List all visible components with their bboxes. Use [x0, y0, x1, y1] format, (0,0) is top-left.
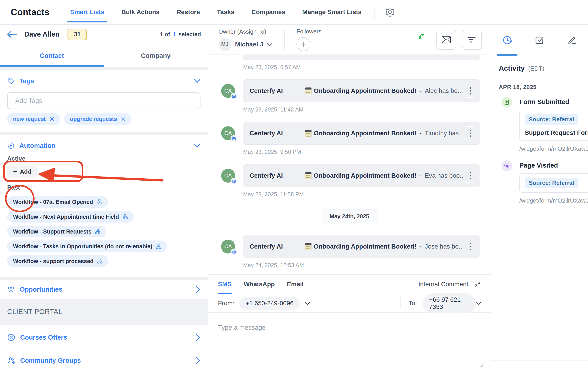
message-menu-icon[interactable] — [466, 240, 475, 253]
clock-history-icon — [502, 35, 512, 45]
settings-gear-icon[interactable] — [385, 7, 395, 17]
community-groups-row[interactable]: Community Groups — [0, 350, 208, 367]
detail-tab-bar: Contact Company — [0, 44, 208, 67]
message-card[interactable]: Centerfy AI Onboarding Appointment Booke… — [243, 235, 480, 258]
activity-title: Activity — [499, 64, 525, 73]
workflow-chip[interactable]: Workflow - Tasks in Opportunities (do no… — [7, 241, 167, 252]
from-number-select[interactable]: +1 650-249-0096 — [239, 297, 300, 309]
nav-tab-smart-lists[interactable]: Smart Lists — [70, 0, 105, 24]
message-card[interactable]: Centerfy AI Onboarding Appointment Booke… — [243, 79, 480, 102]
workflow-chip[interactable]: Workflow - 07a. Email Opened — [7, 196, 108, 208]
composer-tab-whatsapp[interactable]: WhatsApp — [244, 275, 275, 294]
active-tab-underline — [0, 65, 104, 67]
top-nav: Contacts Smart Lists Bulk Actions Restor… — [0, 0, 588, 25]
activity-tab-bar — [491, 25, 588, 56]
tab-company[interactable]: Company — [104, 44, 208, 67]
tab-activity-history[interactable] — [491, 25, 523, 56]
workflow-label: Workflow - support processed — [13, 258, 94, 265]
activity-event-form-submitted: Form Submitted Source: Referral Support … — [499, 98, 588, 152]
nav-tab-label: Companies — [251, 8, 285, 16]
chevron-down-icon[interactable] — [476, 301, 482, 305]
tag-chip[interactable]: upgrade requests — [64, 113, 131, 125]
workflow-chip[interactable]: Workflow - Next Appointment time Field — [7, 211, 134, 223]
message-sender: Centerfy AI — [250, 172, 305, 179]
chevron-down-icon[interactable] — [305, 301, 310, 305]
remove-tag-icon[interactable] — [50, 117, 54, 121]
conversation-header: Owner (Assign To) MJ Michael J Followers — [208, 25, 491, 55]
back-arrow-icon[interactable] — [7, 31, 16, 38]
workflow-icon — [97, 259, 102, 264]
composer-tab-sms[interactable]: SMS — [218, 275, 232, 294]
courses-offers-row[interactable]: Courses Offers — [0, 325, 208, 350]
activity-panel: Activity (EDT) APR 18, 2025 Form Submitt… — [491, 25, 588, 367]
call-phone-icon[interactable] — [417, 34, 427, 45]
remove-tag-icon[interactable] — [121, 117, 126, 121]
workflow-chip[interactable]: Workflow - Support Requests — [7, 226, 106, 237]
add-automation-button[interactable]: Add — [7, 166, 37, 177]
automation-icon — [7, 142, 15, 150]
email-icon[interactable] — [436, 30, 456, 50]
event-detail: Support Request Form — [525, 129, 588, 136]
message-menu-icon[interactable] — [466, 169, 475, 183]
message-timestamp: May 23, 2025, 11:42 AM — [243, 106, 491, 113]
contact-detail-panel: Dave Allen 31 1 of 1 selected Contact Co… — [0, 25, 208, 367]
opportunities-row[interactable]: Opportunities — [0, 280, 208, 299]
to-number-select[interactable]: +66 97 621 7353 — [423, 293, 476, 313]
composer-tab-label: WhatsApp — [244, 281, 275, 288]
message-main: Onboarding Appointment Booked! - Jose ha… — [305, 243, 463, 250]
workflow-chip[interactable]: Workflow - support processed — [7, 255, 108, 267]
chevron-down-icon — [267, 43, 273, 46]
tag-chip[interactable]: new request — [7, 113, 60, 125]
message-list[interactable]: May 23, 2025, 6:57 AM CA Centerfy AI Onb… — [208, 55, 491, 274]
message-input[interactable] — [218, 324, 481, 360]
message-title: Onboarding Appointment Booked! — [314, 130, 416, 137]
nav-tab-tasks[interactable]: Tasks — [217, 0, 234, 24]
internal-comment-toggle[interactable]: Internal Comment — [418, 281, 481, 288]
nav-tab-companies[interactable]: Companies — [251, 0, 285, 24]
owner-label: Owner (Assign To) — [218, 28, 273, 35]
conversation-actions — [417, 30, 482, 50]
message-menu-icon[interactable] — [466, 126, 475, 140]
partial-message-card — [243, 55, 480, 60]
from-to-row: From: +1 650-249-0096 To: +66 97 621 735… — [208, 294, 491, 313]
nav-tab-bulk-actions[interactable]: Bulk Actions — [121, 0, 159, 24]
tags-section-header[interactable]: Tags — [7, 76, 200, 86]
message-main: Onboarding Appointment Booked! - Timothy… — [305, 130, 463, 137]
avatar-initials: CA — [224, 173, 232, 179]
nav-tab-label: Restore — [177, 8, 200, 16]
message-card[interactable]: Centerfy AI Onboarding Appointment Booke… — [243, 122, 480, 145]
owner-name: Michael J — [235, 41, 263, 48]
message-title: Onboarding Appointment Booked! — [314, 87, 416, 94]
tab-tasks[interactable] — [523, 25, 556, 56]
tab-contact[interactable]: Contact — [0, 44, 104, 67]
chevron-right-icon — [196, 286, 200, 293]
past-label: Past — [7, 184, 200, 191]
avatar: CA — [221, 169, 235, 183]
event-title: Form Submitted — [519, 98, 588, 106]
selected-suffix: selected — [179, 31, 201, 38]
chevron-down-icon[interactable] — [194, 143, 200, 148]
message-separator: - — [420, 172, 422, 179]
message-menu-icon[interactable] — [466, 84, 475, 98]
filter-icon[interactable] — [462, 30, 482, 50]
email-channel-icon — [230, 249, 237, 255]
composer-tab-label: Email — [287, 281, 304, 288]
nav-tab-restore[interactable]: Restore — [177, 0, 200, 24]
message-row: CA Centerfy AI Onboarding Appointment Bo… — [208, 79, 491, 102]
nav-tab-label: Manage Smart Lists — [302, 8, 362, 16]
event-card: Source: Referral Support Request Form — [519, 110, 588, 141]
date-divider: May 24th, 2025 — [322, 209, 377, 224]
activity-event-page-visited: Page Visited Source: Referral /widget/fo… — [499, 162, 588, 204]
to-group: To: +66 97 621 7353 — [400, 293, 491, 313]
automation-section-header[interactable]: Automation — [7, 141, 200, 151]
activity-date-heading: APR 18, 2025 — [499, 84, 588, 91]
composer-tab-email[interactable]: Email — [287, 275, 304, 294]
message-card[interactable]: Centerfy AI Onboarding Appointment Booke… — [243, 164, 480, 187]
owner-select[interactable]: MJ Michael J — [218, 38, 273, 51]
nav-tab-label: Tasks — [217, 8, 234, 16]
add-follower-button[interactable] — [296, 37, 310, 51]
add-tags-input[interactable] — [7, 92, 200, 109]
chevron-down-icon[interactable] — [194, 79, 200, 83]
nav-tab-manage-smart-lists[interactable]: Manage Smart Lists — [302, 0, 362, 24]
tab-notes[interactable] — [556, 25, 588, 56]
